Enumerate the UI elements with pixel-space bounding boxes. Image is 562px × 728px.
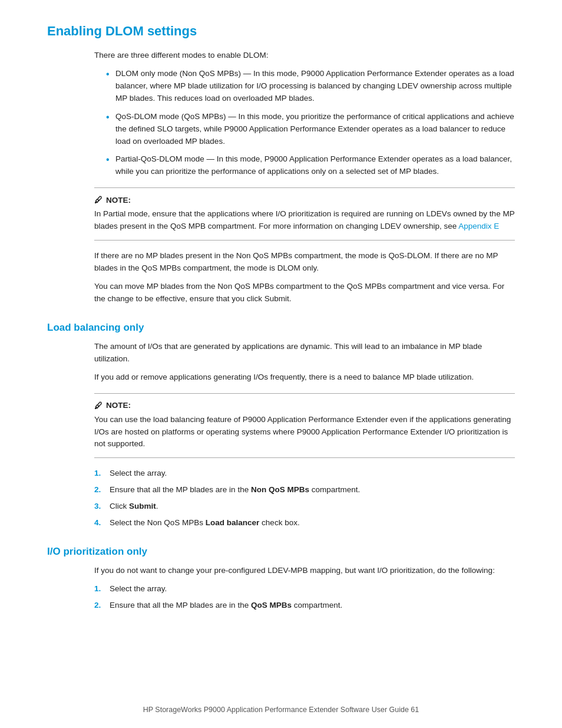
step-text-before: Ensure that all the MP blades are in the — [110, 601, 251, 610]
step-text: Ensure that all the MP blades are in the… — [110, 599, 342, 612]
note-label-2: NOTE: — [106, 401, 131, 410]
note-label-1: NOTE: — [106, 196, 131, 205]
step-num: 1. — [94, 467, 107, 480]
step-num: 3. — [94, 500, 107, 513]
step-text-after: compartment. — [309, 485, 360, 494]
step-text: Select the array. — [110, 583, 167, 595]
step-text-after: . — [156, 502, 158, 510]
io-priority-content: If you do not want to change your pre-co… — [47, 565, 515, 612]
para-2: You can move MP blades from the Non QoS … — [94, 281, 515, 305]
load-steps-list: 1. Select the array. 2. Ensure that all … — [94, 467, 515, 529]
step-text-after: compartment. — [292, 601, 342, 610]
modes-list: DLOM only mode (Non QoS MPBs) — In this … — [106, 68, 515, 178]
step-text-before: Click — [110, 502, 129, 510]
main-content: There are three different modes to enabl… — [47, 50, 515, 305]
page-footer: HP StorageWorks P9000 Application Perfor… — [0, 706, 562, 714]
intro-para: There are three different modes to enabl… — [94, 50, 515, 62]
step-num: 2. — [94, 484, 107, 496]
page-content: Enabling DLOM settings There are three d… — [0, 0, 562, 655]
list-item: Partial-QoS-DLOM mode — In this mode, P9… — [106, 153, 515, 178]
step-text-before: Ensure that all the MP blades are in the — [110, 485, 251, 494]
step-num: 2. — [94, 599, 107, 612]
note-text-1: In Partial mode, ensure that the applica… — [94, 209, 514, 230]
step-text: Select the array. — [110, 467, 167, 480]
step-item: 2. Ensure that all the MP blades are in … — [94, 599, 515, 612]
section-io-title: I/O prioritization only — [47, 546, 515, 558]
appendix-e-link[interactable]: Appendix E — [458, 222, 499, 230]
step-text-after: check box. — [259, 518, 299, 527]
note-box-1: 🖊 NOTE: In Partial mode, ensure that the… — [94, 187, 515, 241]
step-text-before: Select the Non QoS MPBs — [110, 518, 206, 527]
note-header-1: 🖊 NOTE: — [94, 195, 515, 205]
page-title: Enabling DLOM settings — [47, 24, 515, 39]
list-item: QoS-DLOM mode (QoS MPBs) — In this mode,… — [106, 111, 515, 148]
note-body-2: You can use the load balancing feature o… — [94, 414, 515, 451]
step-item: 1. Select the array. — [94, 583, 515, 595]
step-num: 1. — [94, 583, 107, 595]
load-para-2: If you add or remove applications genera… — [94, 371, 515, 384]
step-text: Select the Non QoS MPBs Load balancer ch… — [110, 517, 300, 529]
note-icon-1: 🖊 — [94, 195, 103, 205]
list-item: DLOM only mode (Non QoS MPBs) — In this … — [106, 68, 515, 105]
section-load-title: Load balancing only — [47, 322, 515, 334]
para-1: If there are no MP blades present in the… — [94, 250, 515, 275]
io-steps-list: 1. Select the array. 2. Ensure that all … — [94, 583, 515, 612]
step-bold: QoS MPBs — [251, 601, 292, 610]
step-text: Click Submit. — [110, 500, 158, 513]
note-icon-2: 🖊 — [94, 401, 103, 410]
step-text: Ensure that all the MP blades are in the… — [110, 484, 360, 496]
note-body-1: In Partial mode, ensure that the applica… — [94, 208, 515, 233]
load-para-1: The amount of I/Os that are generated by… — [94, 341, 515, 365]
load-balancing-content: The amount of I/Os that are generated by… — [47, 341, 515, 529]
step-item: 3. Click Submit. — [94, 500, 515, 513]
step-item: 4. Select the Non QoS MPBs Load balancer… — [94, 517, 515, 529]
step-bold: Non QoS MPBs — [251, 485, 309, 494]
io-para-1: If you do not want to change your pre-co… — [94, 565, 515, 577]
step-item: 1. Select the array. — [94, 467, 515, 480]
note-box-2: 🖊 NOTE: You can use the load balancing f… — [94, 393, 515, 459]
step-item: 2. Ensure that all the MP blades are in … — [94, 484, 515, 496]
step-bold: Load balancer — [206, 518, 260, 527]
step-bold: Submit — [129, 502, 156, 510]
note-header-2: 🖊 NOTE: — [94, 401, 515, 410]
step-num: 4. — [94, 517, 107, 529]
